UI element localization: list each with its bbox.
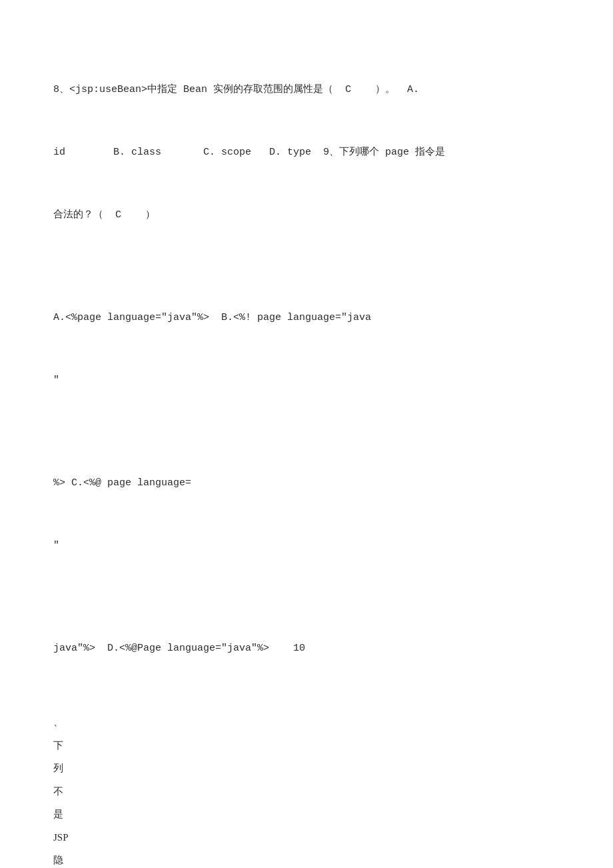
text-block: 8、<jsp:useBean>中指定 Bean 实例的存取范围的属性是（ C ）… [53, 40, 560, 701]
vertical-char-6: 隐 [53, 853, 560, 868]
vertical-char-3: 不 [53, 784, 560, 799]
question-line-2: id B. class C. scope D. type 9、下列哪个 page… [53, 143, 560, 163]
vertical-char-0: 、 [53, 715, 560, 730]
page-content: 8、<jsp:useBean>中指定 Bean 实例的存取范围的属性是（ C ）… [0, 0, 613, 868]
vertical-char-2: 列 [53, 761, 560, 776]
question-line-3: 合法的？（ C ） [53, 205, 560, 225]
vertical-char-4: 是 [53, 807, 560, 822]
vertical-char-1: 下 [53, 738, 560, 753]
question-line-4: A.<%page language="java"%> B.<%! page la… [53, 308, 560, 328]
question-line-1: 8、<jsp:useBean>中指定 Bean 实例的存取范围的属性是（ C ）… [53, 80, 560, 100]
question-line-7: " [53, 536, 560, 556]
question-line-5: " [53, 371, 560, 391]
question-line-6: %> C.<%@ page language= [53, 473, 560, 493]
vertical-chars-block: 、 下 列 不 是 JSP 隐 含 变 量 的 是 [53, 715, 560, 868]
question-line-8: java"%> D.<%@Page language="java"%> 10 [53, 639, 560, 659]
vertical-char-5: JSP [53, 830, 560, 845]
